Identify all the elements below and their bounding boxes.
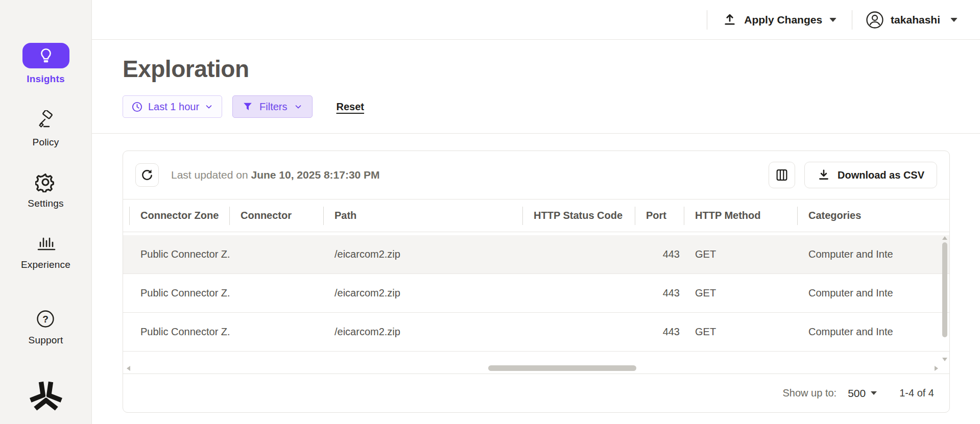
column-header-label: Port <box>646 210 666 221</box>
cell-port: 443 <box>635 326 684 338</box>
cell-connector-zone: Public Connector Z... <box>129 287 229 299</box>
lightbulb-icon <box>38 47 54 64</box>
scroll-right-arrow-icon[interactable] <box>935 366 938 371</box>
card-toolbar: Last updated on June 10, 2025 8:17:30 PM <box>123 151 949 199</box>
download-icon <box>817 168 830 182</box>
page-size-dropdown[interactable]: 500 <box>848 387 877 400</box>
column-header-connector[interactable]: Connector <box>229 199 323 232</box>
horizontal-scrollbar-thumb[interactable] <box>488 365 636 371</box>
column-header-port[interactable]: Port <box>635 199 684 232</box>
page-title: Exploration <box>123 55 980 83</box>
cell-connector-zone: Public Connector Z... <box>129 248 229 260</box>
topbar: Apply Changes takahashi <box>92 0 980 40</box>
table-row[interactable]: Public Connector Z... /eicarcom2.zip 443… <box>123 274 949 313</box>
sidebar-item-label: Experience <box>21 259 70 270</box>
refresh-button[interactable] <box>135 163 159 187</box>
chevron-down-icon <box>871 391 877 395</box>
user-avatar-icon <box>866 11 884 29</box>
question-icon: ? <box>35 308 56 330</box>
download-csv-label: Download as CSV <box>838 169 924 181</box>
upload-icon <box>723 13 737 27</box>
cell-categories: Computer and Inte <box>797 326 949 338</box>
column-header-categories[interactable]: Categories <box>797 199 949 232</box>
horizontal-scrollbar[interactable] <box>123 363 949 374</box>
topbar-divider <box>707 10 707 30</box>
table-rows: Public Connector Z... /eicarcom2.zip 443… <box>123 235 949 363</box>
cell-path: /eicarcom2.zip <box>323 248 522 260</box>
apply-changes-button[interactable]: Apply Changes <box>723 13 836 27</box>
cell-categories: Computer and Inte <box>797 287 949 299</box>
column-header-label: HTTP Method <box>695 210 761 221</box>
gavel-icon <box>35 110 56 132</box>
column-header-label: Categories <box>808 210 861 221</box>
time-range-label: Last 1 hour <box>148 101 199 113</box>
column-header-connector-zone[interactable]: Connector Zone <box>129 199 229 232</box>
chevron-down-icon <box>204 102 213 111</box>
columns-icon <box>775 168 789 182</box>
scroll-down-arrow-icon[interactable] <box>942 358 947 361</box>
column-header-http-method[interactable]: HTTP Method <box>684 199 797 232</box>
sidebar-item-insights[interactable]: Insights <box>22 43 69 85</box>
column-header-http-status-code[interactable]: HTTP Status Code <box>522 199 635 232</box>
username-label: takahashi <box>891 14 940 26</box>
column-header-label: Path <box>334 210 356 221</box>
results-card: Last updated on June 10, 2025 8:17:30 PM <box>123 151 950 413</box>
sidebar-item-label: Support <box>29 335 63 346</box>
cell-path: /eicarcom2.zip <box>323 287 522 299</box>
download-csv-button[interactable]: Download as CSV <box>804 162 937 188</box>
sidebar-item-label: Insights <box>27 73 64 85</box>
filters-dropdown[interactable]: Filters <box>232 95 312 118</box>
title-section: Exploration Last 1 hour <box>92 40 980 134</box>
sidebar-item-policy[interactable]: Policy <box>33 110 59 148</box>
card-footer: Show up to: 500 1-4 of 4 <box>123 374 949 412</box>
apply-changes-label: Apply Changes <box>744 14 822 26</box>
column-settings-button[interactable] <box>769 162 795 188</box>
chevron-down-icon <box>829 18 836 22</box>
content-area: Last updated on June 10, 2025 8:17:30 PM <box>92 134 980 413</box>
sidebar-item-label: Policy <box>33 137 59 148</box>
pagination-range-label: 1-4 of 4 <box>899 387 934 399</box>
column-header-path[interactable]: Path <box>323 199 522 232</box>
time-range-dropdown[interactable]: Last 1 hour <box>123 95 222 118</box>
table-row[interactable]: Public Connector Z... /eicarcom2.zip 443… <box>123 313 949 352</box>
sidebar: Insights Policy <box>0 0 92 424</box>
cell-http-method: GET <box>684 248 797 260</box>
vertical-scrollbar[interactable] <box>942 236 948 362</box>
column-header-label: Connector <box>241 210 292 221</box>
sidebar-item-label: Settings <box>28 198 63 209</box>
toolbar-right: Download as CSV <box>769 162 937 188</box>
main-area: Apply Changes takahashi Exploration <box>92 0 980 424</box>
page-size-value: 500 <box>848 387 866 400</box>
last-updated-text: Last updated on June 10, 2025 8:17:30 PM <box>171 169 380 181</box>
table-header-row: Connector Zone Connector Path HTTP Statu… <box>123 199 949 232</box>
app-root: Insights Policy <box>0 0 980 424</box>
sidebar-item-settings[interactable]: Settings <box>28 171 63 209</box>
gear-icon <box>35 171 56 193</box>
bar-chart-icon <box>36 233 56 254</box>
show-up-to-label: Show up to: <box>783 387 837 399</box>
chevron-down-icon <box>294 102 303 111</box>
column-header-label: HTTP Status Code <box>534 210 623 221</box>
scroll-left-arrow-icon[interactable] <box>127 366 130 371</box>
sidebar-item-support[interactable]: ? Support <box>29 308 63 346</box>
vertical-scrollbar-thumb[interactable] <box>942 242 947 337</box>
funnel-icon <box>242 101 253 112</box>
refresh-icon <box>140 168 154 182</box>
sidebar-item-experience[interactable]: Experience <box>21 233 70 270</box>
cell-categories: Computer and Inte <box>797 248 949 260</box>
cell-port: 443 <box>635 248 684 260</box>
insights-active-pill <box>22 43 69 68</box>
brand-logo <box>26 377 66 414</box>
reset-link[interactable]: Reset <box>337 101 364 113</box>
table-row[interactable]: Public Connector Z... /eicarcom2.zip 443… <box>123 352 949 363</box>
cell-path: /eicarcom2.zip <box>323 326 522 338</box>
cell-http-method: GET <box>684 326 797 338</box>
cell-port: 443 <box>635 287 684 299</box>
last-updated-prefix: Last updated on <box>171 169 251 181</box>
table-row[interactable]: Public Connector Z... /eicarcom2.zip 443… <box>123 235 949 274</box>
cell-http-method: GET <box>684 287 797 299</box>
chevron-down-icon <box>950 18 958 22</box>
scroll-up-arrow-icon[interactable] <box>942 236 947 240</box>
user-menu[interactable]: takahashi <box>866 11 958 29</box>
svg-text:?: ? <box>43 314 49 325</box>
